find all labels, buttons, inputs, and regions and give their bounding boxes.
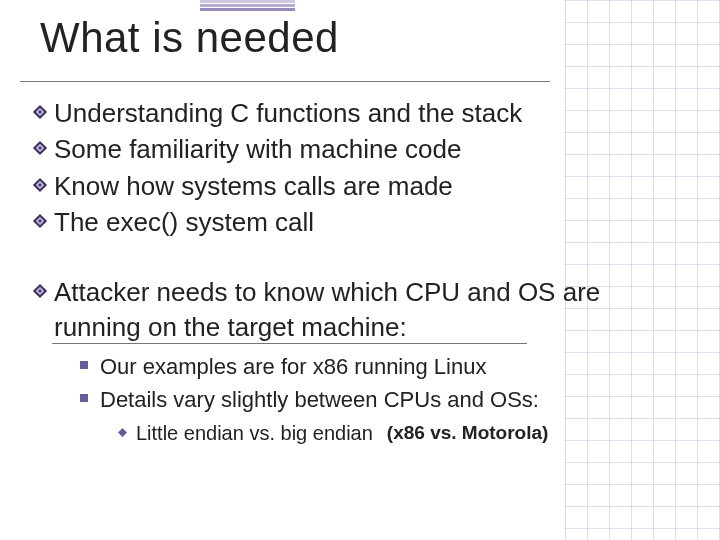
bullet-text: Little endian vs. big endian — [136, 420, 373, 447]
svg-rect-15 — [118, 428, 127, 437]
bullet-level2: Details vary slightly between CPUs and O… — [80, 383, 692, 416]
bullet-text: Our examples are for x86 running Linux — [100, 350, 486, 383]
sub-sub-bullets: Little endian vs. big endian (x86 vs. Mo… — [118, 420, 692, 447]
spacer — [32, 241, 692, 275]
bullet-level3: Little endian vs. big endian (x86 vs. Mo… — [118, 420, 692, 447]
diamond-icon — [32, 283, 48, 299]
bullet-level1: The exec() system call — [32, 205, 692, 239]
bullet-level1: Understanding C functions and the stack — [32, 96, 692, 130]
bullet-level2: Our examples are for x86 running Linux — [80, 350, 692, 383]
deco-bar — [200, 8, 295, 11]
diamond-icon — [32, 140, 48, 156]
title-underline — [20, 81, 550, 82]
bullet-text: Details vary slightly between CPUs and O… — [100, 383, 539, 416]
square-icon — [80, 394, 88, 402]
mid-divider — [52, 343, 527, 344]
deco-bar — [200, 0, 295, 3]
bullet-text: Some familiarity with machine code — [54, 132, 692, 166]
bullet-level1: Some familiarity with machine code — [32, 132, 692, 166]
diamond-icon — [32, 104, 48, 120]
slide: What is needed Understanding C functions… — [0, 0, 720, 540]
sub-bullets: Our examples are for x86 running Linux D… — [80, 350, 692, 416]
bullet-text: Understanding C functions and the stack — [54, 96, 692, 130]
diamond-small-icon — [118, 428, 127, 437]
bullet-level1: Know how systems calls are made — [32, 169, 692, 203]
diamond-icon — [32, 213, 48, 229]
bullet-text: Attacker needs to know which CPU and OS … — [54, 275, 692, 344]
deco-bar — [200, 4, 295, 7]
bullet-text: The exec() system call — [54, 205, 692, 239]
bullet-paren: (x86 vs. Motorola) — [387, 420, 549, 446]
square-icon — [80, 361, 88, 369]
bullet-level1: Attacker needs to know which CPU and OS … — [32, 275, 692, 344]
diamond-icon — [32, 177, 48, 193]
top-deco-bars — [200, 0, 295, 10]
bullet-text: Know how systems calls are made — [54, 169, 692, 203]
slide-title: What is needed — [40, 14, 339, 62]
slide-body: Understanding C functions and the stack … — [32, 96, 692, 447]
